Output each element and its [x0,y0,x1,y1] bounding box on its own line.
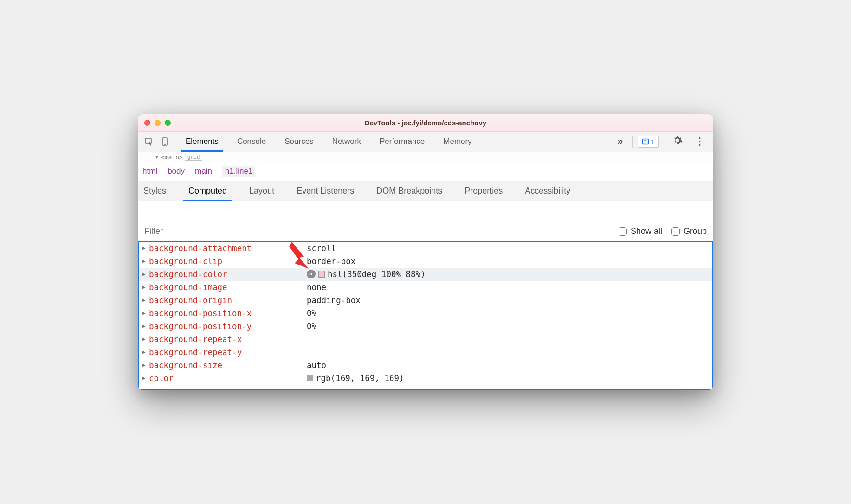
tab-network[interactable]: Network [323,132,370,152]
expand-triangle-icon[interactable]: ▶ [142,258,149,264]
property-value-text: 0% [307,322,316,331]
expand-triangle-icon[interactable]: ▶ [142,245,149,251]
svg-rect-3 [642,139,648,144]
subtab-styles[interactable]: Styles [138,181,177,201]
tab-memory[interactable]: Memory [434,132,481,152]
more-tabs-icon[interactable]: » [612,136,627,148]
property-value: 0% [307,322,316,331]
subtab-dom-breakpoints[interactable]: DOM Breakpoints [365,181,453,201]
filter-input[interactable] [144,226,609,236]
expand-triangle-icon[interactable]: ▶ [142,375,149,381]
crumb-h1[interactable]: h1.line1 [222,166,256,177]
subtab-computed[interactable]: Computed [177,181,238,201]
more-menu-icon[interactable]: ⋮ [691,136,709,148]
property-value-text: none [307,283,326,292]
computed-properties-panel: ▶background-attachmentscroll▶background-… [138,242,713,390]
property-value-text: padding-box [307,296,361,305]
group-checkbox[interactable]: Group [671,226,707,236]
tab-performance[interactable]: Performance [370,132,434,152]
subtab-layout[interactable]: Layout [238,181,285,201]
tab-elements[interactable]: Elements [176,132,228,152]
subtab-event-listeners[interactable]: Event Listeners [285,181,365,201]
property-value: 0% [307,309,316,318]
device-toolbar-icon[interactable] [160,137,169,146]
divider [664,136,664,148]
expand-triangle-icon[interactable]: ▶ [142,323,149,329]
close-icon[interactable] [144,120,150,126]
property-value-text: rgb(169, 169, 169) [316,374,404,383]
expand-triangle-icon[interactable]: ▶ [142,362,149,368]
navigate-icon[interactable] [307,270,316,278]
property-name: background-repeat-x [149,335,307,344]
computed-property-row[interactable]: ▶background-sizeauto [139,359,712,372]
property-value-text: hsl(350deg 100% 88%) [328,270,426,279]
devtools-window: DevTools - jec.fyi/demo/cds-anchovy Elem… [138,114,713,390]
color-swatch-icon[interactable] [307,375,313,381]
checkbox-icon [671,227,680,236]
settings-icon[interactable] [669,135,686,148]
property-value: border-box [307,257,355,266]
computed-property-row[interactable]: ▶background-attachmentscroll [139,242,712,255]
minimize-icon[interactable] [155,120,161,126]
property-value-text: auto [307,361,326,370]
crumb-main[interactable]: main [195,167,212,176]
property-name: color [149,374,307,383]
property-value: none [307,283,326,292]
main-toolbar: Elements Console Sources Network Perform… [138,132,713,152]
computed-property-row[interactable]: ▶background-colorhsl(350deg 100% 88%) [139,268,712,281]
computed-property-row[interactable]: ▶background-repeat-y [139,346,712,359]
group-label: Group [683,226,707,236]
expand-triangle-icon[interactable]: ▶ [142,310,149,316]
property-name: background-repeat-y [149,348,307,357]
property-value: auto [307,361,326,370]
property-value: rgb(169, 169, 169) [307,374,404,383]
property-name: background-origin [149,296,307,305]
expand-triangle-icon[interactable]: ▶ [142,271,149,277]
computed-property-row[interactable]: ▶colorrgb(169, 169, 169) [139,372,712,385]
titlebar: DevTools - jec.fyi/demo/cds-anchovy [138,114,713,132]
computed-property-row[interactable]: ▶background-imagenone [139,281,712,294]
divider [632,136,633,148]
tab-sources[interactable]: Sources [275,132,322,152]
expand-triangle-icon[interactable]: ▶ [142,336,149,342]
computed-property-row[interactable]: ▶background-originpadding-box [139,294,712,307]
window-title: DevTools - jec.fyi/demo/cds-anchovy [144,119,707,127]
computed-property-row[interactable]: ▶background-position-y0% [139,320,712,333]
subtab-properties[interactable]: Properties [453,181,514,201]
property-name: background-attachment [149,244,307,253]
property-name: background-image [149,283,307,292]
property-value-text: border-box [307,257,355,266]
traffic-lights [144,120,171,126]
zoom-icon[interactable] [165,120,171,126]
expand-triangle-icon[interactable]: ▶ [142,284,149,290]
subtab-accessibility[interactable]: Accessibility [514,181,581,201]
computed-property-row[interactable]: ▶background-clipborder-box [139,255,712,268]
crumb-body[interactable]: body [168,167,185,176]
issues-icon [642,138,649,145]
select-element-icon[interactable] [144,137,154,146]
blank-strip [138,201,713,222]
property-name: background-position-x [149,309,307,318]
sidebar-tabs: Styles Computed Layout Event Listeners D… [138,181,713,201]
color-swatch-icon[interactable] [318,271,325,278]
svg-rect-0 [145,138,151,143]
crumb-html[interactable]: html [142,167,157,176]
computed-property-row[interactable]: ▶background-repeat-x [139,333,712,346]
property-value: hsl(350deg 100% 88%) [307,270,426,279]
issues-button[interactable]: 1 [638,136,659,148]
property-name: background-position-y [149,322,307,331]
breadcrumbs: html body main h1.line1 [138,162,713,181]
elements-tree-strip: ▼ <main> grid [138,152,713,162]
property-value-text: scroll [307,244,336,253]
computed-property-row[interactable]: ▶background-position-x0% [139,307,712,320]
show-all-checkbox[interactable]: Show all [619,226,662,236]
checkbox-icon [619,227,627,236]
expand-triangle-icon[interactable]: ▶ [142,297,149,303]
triangle-icon[interactable]: ▼ [155,155,159,160]
grid-badge[interactable]: grid [185,154,203,161]
tab-console[interactable]: Console [228,132,275,152]
main-tabs: Elements Console Sources Network Perform… [176,132,612,152]
dom-tag[interactable]: <main> [161,154,183,161]
expand-triangle-icon[interactable]: ▶ [142,349,149,355]
toolbar-right: » 1 ⋮ [612,135,709,148]
